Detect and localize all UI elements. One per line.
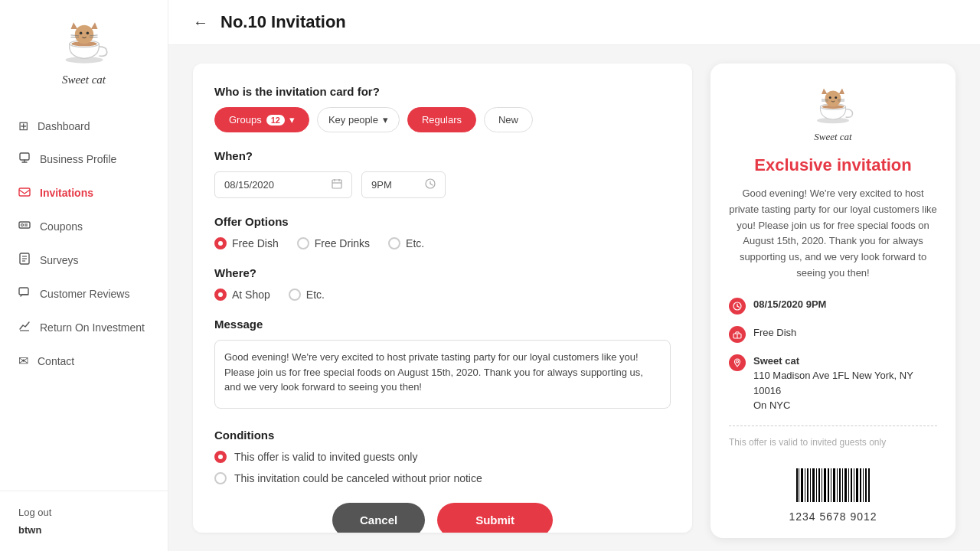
card-gift-icon [729, 326, 746, 343]
svg-point-5 [74, 25, 93, 44]
logo-text: Sweet cat [62, 73, 106, 86]
groups-chevron-icon: ▾ [289, 114, 295, 126]
card-logo-image [810, 85, 856, 131]
where-etc[interactable]: Etc. [289, 289, 325, 301]
sidebar-item-surveys[interactable]: Surveys [0, 243, 168, 277]
cancel-button[interactable]: Cancel [332, 503, 425, 533]
etc-offer-radio [388, 237, 400, 249]
calendar-icon [332, 178, 342, 191]
where-section: Where? At Shop Etc. [214, 266, 671, 301]
sidebar-item-contact[interactable]: ✉ Contact [0, 344, 168, 377]
free-dish-radio [214, 237, 227, 249]
conditions-section: Conditions This offer is valid to invite… [214, 429, 671, 484]
customer-reviews-icon [18, 286, 31, 302]
card-logo: Sweet cat [729, 85, 937, 143]
dashboard-icon: ⊞ [18, 119, 28, 133]
card-date-value: 08/15/2020 [753, 298, 803, 310]
svg-rect-57 [816, 468, 817, 502]
submit-button[interactable]: Submit [437, 503, 553, 533]
sidebar-bottom: Log out btwn [0, 491, 168, 551]
svg-marker-34 [822, 89, 828, 95]
when-section: When? 08/15/2020 9PM [214, 149, 671, 198]
card-location-city: On NYC [753, 398, 937, 413]
svg-rect-24 [332, 180, 341, 188]
surveys-icon [18, 253, 31, 268]
recipient-options: Groups 12 ▾ Key people ▾ Regulars New [214, 107, 671, 132]
contact-icon: ✉ [18, 354, 28, 368]
card-footer-note: This offer is valid to invited guests on… [729, 425, 937, 457]
svg-point-38 [835, 96, 837, 99]
svg-rect-56 [812, 468, 815, 502]
back-button[interactable]: ← [193, 14, 208, 31]
card-location-row: Sweet cat 110 Madison Ave 1FL New York, … [729, 354, 937, 413]
free-drinks-label: Free Drinks [315, 237, 370, 249]
card-clock-icon [729, 298, 746, 315]
sidebar-item-invitations[interactable]: Invitations [0, 176, 168, 210]
sidebar-item-label: Invitations [40, 187, 93, 199]
card-location-text: Sweet cat 110 Madison Ave 1FL New York, … [753, 354, 937, 413]
svg-rect-73 [863, 468, 864, 502]
action-buttons: Cancel Submit [214, 503, 671, 533]
svg-marker-35 [839, 89, 845, 95]
svg-marker-3 [70, 22, 77, 29]
offer-free-drinks[interactable]: Free Drinks [297, 237, 370, 249]
at-shop-radio [214, 289, 227, 301]
offer-free-dish[interactable]: Free Dish [214, 237, 279, 249]
svg-rect-67 [844, 468, 847, 502]
svg-rect-51 [799, 468, 799, 502]
barcode-number: 1234 5678 9012 [789, 510, 877, 523]
sidebar-item-label: Contact [38, 355, 74, 367]
svg-rect-65 [839, 468, 841, 502]
message-textarea[interactable] [214, 340, 671, 409]
groups-label: Groups [229, 114, 262, 126]
key-people-chevron-icon: ▾ [383, 114, 388, 126]
page-title: No.10 Invitation [220, 12, 346, 32]
new-button[interactable]: New [484, 107, 533, 132]
time-picker[interactable]: 9PM [361, 171, 446, 198]
preview-panel: Sweet cat Exclusive invitation Good even… [710, 64, 956, 533]
message-label: Message [214, 318, 671, 331]
groups-button[interactable]: Groups 12 ▾ [214, 107, 309, 132]
card-datetime-row: 08/15/2020 9PM [729, 297, 937, 315]
where-options-row: At Shop Etc. [214, 289, 671, 301]
svg-rect-12 [20, 153, 29, 160]
where-at-shop[interactable]: At Shop [214, 289, 270, 301]
date-picker[interactable]: 08/15/2020 [214, 171, 352, 198]
svg-point-37 [829, 96, 831, 99]
card-location-icon [729, 354, 746, 371]
svg-rect-22 [19, 288, 28, 295]
sidebar-item-dashboard[interactable]: ⊞ Dashboard [0, 109, 168, 142]
card-barcode-area: 1234 5678 9012 [729, 457, 937, 538]
user-abbreviation: btwn [18, 524, 149, 536]
svg-rect-64 [837, 468, 838, 502]
sidebar-item-business-profile[interactable]: Business Profile [0, 142, 168, 176]
coupons-icon [18, 219, 31, 234]
svg-rect-72 [860, 468, 861, 502]
sidebar-item-customer-reviews[interactable]: Customer Reviews [0, 277, 168, 311]
condition1-label: This offer is valid to invited guests on… [234, 451, 417, 463]
card-offer-value: Free Dish [753, 327, 796, 338]
svg-line-30 [430, 184, 433, 185]
sidebar-item-roi[interactable]: Return On Investment [0, 311, 168, 344]
card-offer-text: Free Dish [753, 325, 796, 341]
condition-cancellation[interactable]: This invitation could be canceled withou… [214, 472, 671, 484]
svg-rect-69 [851, 468, 852, 502]
logout-button[interactable]: Log out [18, 507, 149, 518]
regulars-button[interactable]: Regulars [407, 107, 476, 132]
condition2-label: This invitation could be canceled withou… [234, 472, 482, 484]
at-shop-label: At Shop [232, 289, 270, 301]
barcode-image [795, 466, 871, 504]
sidebar-item-label: Dashboard [38, 120, 90, 132]
time-value: 9PM [371, 179, 392, 191]
invitation-card: Sweet cat Exclusive invitation Good even… [710, 64, 956, 538]
datetime-row: 08/15/2020 9PM [214, 171, 671, 198]
key-people-button[interactable]: Key people ▾ [317, 107, 400, 132]
regulars-label: Regulars [422, 114, 462, 126]
etc-where-radio [289, 289, 301, 301]
condition-guests-only[interactable]: This offer is valid to invited guests on… [214, 451, 671, 463]
svg-rect-74 [865, 468, 867, 502]
date-value: 08/15/2020 [224, 179, 274, 191]
sidebar-item-coupons[interactable]: Coupons [0, 210, 168, 243]
offer-etc[interactable]: Etc. [388, 237, 424, 249]
svg-rect-54 [807, 468, 808, 502]
